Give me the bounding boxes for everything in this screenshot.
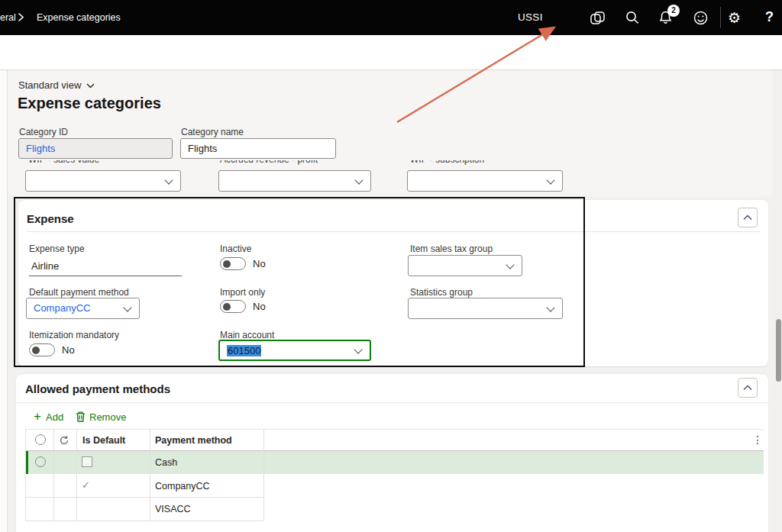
grid-header-row — [25, 429, 764, 451]
inactive-toggle[interactable] — [220, 257, 246, 270]
view-selector[interactable]: Standard view — [18, 79, 81, 91]
default-payment-method-label: Default payment method — [29, 287, 129, 298]
apps-icon[interactable] — [588, 8, 607, 27]
is-default-checkbox[interactable] — [82, 456, 92, 467]
itemization-mandatory-toggle[interactable] — [29, 343, 55, 356]
expense-section-divider — [27, 231, 760, 232]
chevron-down-icon — [123, 303, 131, 311]
top-navigation-bar: eral Expense categories USSI 2 — [0, 0, 782, 35]
item-sales-tax-group-combo[interactable] — [408, 255, 522, 276]
category-id-label: Category ID — [19, 127, 68, 137]
company-selector[interactable]: USSI — [518, 11, 543, 23]
app-window: eral Expense categories USSI 2 — [0, 0, 782, 532]
payments-section-title: Allowed payment methods — [25, 382, 170, 395]
breadcrumb-current[interactable]: Expense categories — [37, 12, 121, 23]
settings-gear-icon[interactable]: ⚙ — [728, 9, 741, 27]
wip-sales-value-label: WIP - sales value — [28, 160, 173, 166]
table-row[interactable] — [25, 451, 764, 474]
payment-method-cell[interactable]: CompanyCC — [155, 481, 210, 492]
grid-border — [25, 429, 26, 521]
chevron-down-icon — [546, 176, 554, 184]
chevron-down-icon — [164, 176, 173, 184]
action-pane: te Category setup Options — [0, 35, 782, 70]
is-default-check-icon: ✓ — [82, 479, 90, 491]
scrollbar-thumb[interactable] — [776, 319, 781, 382]
help-icon[interactable]: ? — [765, 9, 774, 25]
grid-more-icon[interactable]: ⋮ — [752, 434, 763, 446]
payments-section-divider — [16, 402, 768, 403]
grid-border — [53, 429, 54, 521]
column-header-payment-method[interactable]: Payment method — [155, 435, 232, 446]
expense-type-value[interactable]: Airline — [31, 260, 59, 272]
main-account-value: 601500 — [227, 345, 261, 356]
default-payment-method-value: CompanyCC — [34, 302, 90, 314]
expense-collapse-button[interactable] — [738, 208, 758, 227]
wip-subscription-label: WIP - subscription — [410, 160, 555, 166]
page-title: Expense categories — [18, 95, 161, 112]
grid-border — [263, 429, 264, 521]
row-select-radio[interactable] — [35, 456, 46, 467]
row-divider — [25, 497, 263, 498]
remove-button[interactable]: Remove — [89, 411, 126, 423]
chevron-down-icon — [354, 176, 363, 184]
statistics-group-label: Statistics group — [410, 287, 473, 298]
chevron-down-icon — [546, 303, 554, 311]
main-account-combo[interactable]: 601500 — [218, 340, 371, 361]
itemization-mandatory-value: No — [62, 344, 75, 356]
breadcrumb-chevron-icon — [17, 12, 24, 22]
feedback-smiley-icon[interactable] — [693, 10, 709, 26]
inactive-value: No — [253, 258, 266, 269]
category-name-value: Flights — [188, 143, 217, 154]
itemization-mandatory-label: Itemization mandatory — [29, 330, 119, 340]
collapsed-nav-rail[interactable] — [0, 70, 8, 532]
grid-border — [76, 429, 77, 521]
grid-refresh-icon[interactable] — [59, 435, 69, 446]
remove-trash-icon — [75, 411, 86, 423]
view-selector-chevron-icon — [86, 83, 95, 89]
search-icon[interactable] — [625, 10, 640, 25]
grid-border — [150, 429, 150, 521]
wip-subscription-combo[interactable] — [407, 170, 563, 192]
add-plus-icon: + — [34, 410, 41, 423]
select-all-radio[interactable] — [35, 434, 46, 445]
add-button[interactable]: Add — [46, 411, 63, 423]
category-name-field[interactable]: Flights — [180, 138, 336, 159]
main-account-label: Main account — [220, 330, 274, 340]
vertical-scrollbar[interactable] — [775, 70, 782, 532]
expense-type-label: Expense type — [29, 243, 85, 254]
accrued-revenue-profit-combo[interactable] — [218, 170, 371, 192]
notifications-badge: 2 — [667, 5, 680, 17]
payment-method-cell[interactable]: VISACC — [155, 504, 191, 514]
accrued-revenue-profit-label: Accrued revenue - profit — [220, 160, 365, 166]
row-divider — [25, 521, 263, 521]
category-id-value: Flights — [26, 143, 55, 154]
import-only-value: No — [253, 301, 266, 312]
default-payment-method-combo[interactable]: CompanyCC — [26, 298, 140, 319]
column-header-is-default[interactable]: Is Default — [82, 435, 125, 446]
import-only-label: Import only — [220, 287, 265, 298]
expense-section-title: Expense — [27, 212, 74, 225]
import-only-toggle[interactable] — [220, 300, 246, 313]
payment-method-cell[interactable]: Cash — [155, 457, 177, 468]
item-sales-tax-group-label: Item sales tax group — [410, 243, 493, 254]
wip-sales-value-combo[interactable] — [25, 170, 181, 192]
expense-section-card — [18, 200, 768, 366]
category-id-field[interactable]: Flights — [18, 138, 173, 159]
topbar-divider — [720, 7, 721, 28]
breadcrumb-parent[interactable]: eral — [0, 12, 16, 23]
expense-type-underline — [29, 276, 182, 276]
category-name-label: Category name — [181, 127, 244, 137]
inactive-label: Inactive — [220, 243, 251, 254]
payments-collapse-button[interactable] — [738, 378, 758, 398]
chevron-down-icon — [354, 345, 362, 353]
statistics-group-combo[interactable] — [408, 298, 563, 319]
chevron-down-icon — [506, 260, 514, 269]
